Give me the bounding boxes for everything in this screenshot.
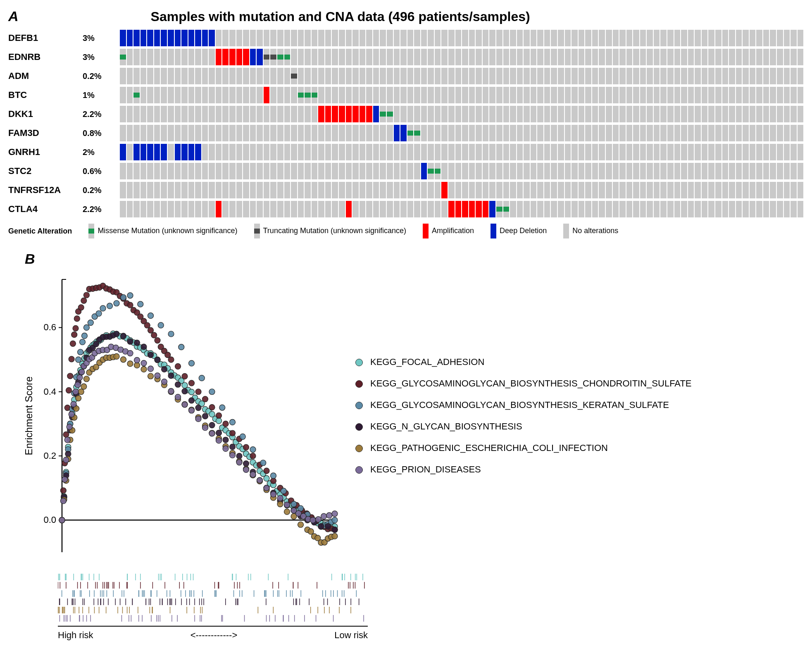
oncoprint-cell xyxy=(332,125,338,141)
svg-point-147 xyxy=(216,412,222,418)
oncoprint-cell xyxy=(291,87,297,103)
gene-name: CTLA4 xyxy=(8,200,79,219)
oncoprint-cell xyxy=(660,68,667,84)
oncoprint-cell xyxy=(633,49,639,65)
oncoprint-cell xyxy=(654,30,660,46)
oncoprint-cell xyxy=(489,68,495,84)
oncoprint-cell xyxy=(407,49,414,65)
oncoprint-cell xyxy=(222,106,229,122)
oncoprint-cell xyxy=(537,30,543,46)
oncoprint-cell xyxy=(626,144,633,160)
oncoprint-cell xyxy=(133,144,140,160)
oncoprint-cell xyxy=(339,49,345,65)
oncoprint-cell xyxy=(305,68,311,84)
genetic-alteration-label: Genetic Alteration xyxy=(8,227,72,236)
oncoprint-cell xyxy=(483,49,489,65)
oncoprint-cell xyxy=(571,201,578,217)
oncoprint-cell xyxy=(435,49,441,65)
oncoprint-cell xyxy=(373,125,379,141)
oncoprint-cell xyxy=(222,125,229,141)
oncoprint-cell xyxy=(517,68,523,84)
oncoprint-cell xyxy=(147,106,153,122)
svg-point-287 xyxy=(114,353,119,359)
oncoprint-cell xyxy=(647,144,653,160)
oncoprint-cell xyxy=(476,68,482,84)
oncoprint-cell xyxy=(407,30,414,46)
oncoprint-cell xyxy=(750,30,756,46)
oncoprint-cell xyxy=(667,163,674,179)
oncoprint-cell xyxy=(640,106,646,122)
svg-point-155 xyxy=(271,478,276,484)
svg-point-289 xyxy=(127,361,133,367)
svg-point-333 xyxy=(75,382,81,388)
svg-point-128 xyxy=(127,302,133,308)
oncoprint-cell xyxy=(154,87,160,103)
oncoprint-cell xyxy=(496,125,502,141)
svg-point-379 xyxy=(326,513,332,518)
oncoprint-cell xyxy=(722,182,729,198)
oncoprint-cell xyxy=(380,49,386,65)
oncoprint-cell xyxy=(483,30,489,46)
oncoprint-cell xyxy=(688,30,694,46)
oncoprint-cell xyxy=(298,68,304,84)
oncoprint-cell xyxy=(503,125,510,141)
oncoprint-cell xyxy=(250,144,256,160)
oncoprint-cell xyxy=(585,163,591,179)
oncoprint-cell xyxy=(352,201,359,217)
oncoprint-cell xyxy=(455,49,462,65)
oncoprint-cell xyxy=(414,68,420,84)
oncoprint-cell xyxy=(352,30,359,46)
oncoprint-cell xyxy=(400,201,407,217)
oncoprint-cell xyxy=(592,182,598,198)
oncoprint-cell xyxy=(667,201,674,217)
oncoprint-cell xyxy=(469,144,475,160)
gene-pct: 2% xyxy=(83,143,116,162)
oncoprint-cell xyxy=(257,68,263,84)
oncoprint-cell xyxy=(558,201,564,217)
oncoprint-cell xyxy=(325,68,331,84)
oncoprint-cell xyxy=(305,30,311,46)
oncoprint-cell xyxy=(250,106,256,122)
oncoprint-cell xyxy=(551,163,557,179)
svg-point-351 xyxy=(148,366,154,372)
svg-point-65 xyxy=(216,418,222,424)
oncoprint-cell xyxy=(524,163,530,179)
svg-point-113 xyxy=(78,305,84,310)
oncoprint-cell xyxy=(606,30,612,46)
oncoprint-cell xyxy=(531,30,537,46)
oncoprint-cell xyxy=(209,163,215,179)
oncoprint-cell xyxy=(441,106,448,122)
oncoprint-cell xyxy=(489,144,495,160)
oncoprint-cell xyxy=(729,201,735,217)
svg-point-314 xyxy=(298,522,304,527)
oncoprint-cell xyxy=(770,68,776,84)
oncoprint-cell xyxy=(202,201,208,217)
oncoprint-cell xyxy=(188,68,195,84)
legend-item: Amplification xyxy=(423,224,474,238)
oncoprint-cell xyxy=(681,68,687,84)
oncoprint-cell xyxy=(585,144,591,160)
oncoprint-cell xyxy=(722,68,729,84)
oncoprint-cell xyxy=(195,87,201,103)
oncoprint-cell xyxy=(469,106,475,122)
oncoprint-cell xyxy=(400,68,407,84)
svg-point-248 xyxy=(209,422,215,428)
oncoprint-cell xyxy=(681,163,687,179)
oncoprint-cell xyxy=(544,144,550,160)
oncoprint-cell xyxy=(544,106,550,122)
oncoprint-cell xyxy=(633,201,639,217)
svg-point-133 xyxy=(144,322,150,328)
svg-point-245 xyxy=(189,398,195,403)
oncoprint-cell xyxy=(483,125,489,141)
oncoprint-cell xyxy=(222,49,229,65)
oncoprint-cell xyxy=(476,87,482,103)
oncoprint-cell xyxy=(462,125,468,141)
oncoprint-cell xyxy=(489,106,495,122)
xaxis-arrow: <------------> xyxy=(190,630,238,641)
oncoprint-cell xyxy=(715,125,722,141)
oncoprint-cell xyxy=(619,144,626,160)
oncoprint-cell xyxy=(571,163,578,179)
oncoprint-cell xyxy=(318,125,324,141)
oncoprint-cell xyxy=(222,30,229,46)
oncoprint-cell xyxy=(613,49,619,65)
